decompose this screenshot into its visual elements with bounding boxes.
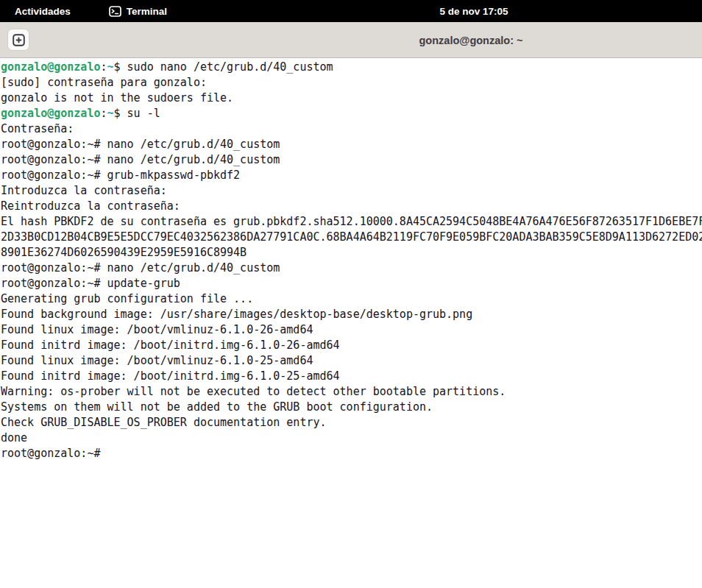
clock-label: 5 de nov 17:05 — [439, 6, 508, 17]
terminal-line: gonzalo@gonzalo:~$ sudo nano /etc/grub.d… — [1, 60, 702, 75]
terminal-line: Found linux image: /boot/vmlinuz-6.1.0-2… — [1, 322, 702, 338]
terminal-line: root@gonzalo:~# update-grub — [1, 276, 702, 291]
terminal-line: root@gonzalo:~# grub-mkpasswd-pbkdf2 — [1, 168, 702, 183]
terminal-line: 2D33B0CD12B04CB9E5E5DCC79EC4032562386DA2… — [1, 230, 702, 245]
terminal-line: root@gonzalo:~# nano /etc/grub.d/40_cust… — [1, 261, 702, 276]
terminal-line: Contraseña: — [1, 121, 702, 137]
top-bar: Actividades Terminal 5 de nov 17:05 — [0, 0, 702, 22]
app-menu-button[interactable]: Terminal — [100, 0, 176, 22]
terminal-line: Check GRUB_DISABLE_OS_PROBER documentati… — [1, 415, 702, 431]
new-tab-button[interactable] — [7, 29, 29, 51]
terminal-line: root@gonzalo:~# nano /etc/grub.d/40_cust… — [1, 137, 702, 152]
terminal-line: Found linux image: /boot/vmlinuz-6.1.0-2… — [1, 353, 702, 369]
terminal-line: El hash PBKDF2 de su contraseña es grub.… — [1, 214, 702, 230]
terminal-line: [sudo] contraseña para gonzalo: — [1, 75, 702, 91]
terminal-line: Found background image: /usr/share/image… — [1, 307, 702, 322]
activities-label: Actividades — [15, 6, 71, 17]
terminal-line: Systems on them will not be added to the… — [1, 400, 702, 415]
header-bar: gonzalo@gonzalo: ~ — [0, 22, 702, 58]
terminal-line: Found initrd image: /boot/initrd.img-6.1… — [1, 369, 702, 384]
terminal-line: gonzalo is not in the sudoers file. — [1, 91, 702, 106]
terminal-line: done — [1, 431, 702, 446]
terminal-line: root@gonzalo:~# nano /etc/grub.d/40_cust… — [1, 152, 702, 168]
plus-boxed-icon — [13, 34, 25, 46]
terminal-line: Generating grub configuration file ... — [1, 291, 702, 307]
terminal-line: Introduzca la contraseña: — [1, 183, 702, 199]
terminal-app-icon — [109, 6, 121, 17]
clock[interactable]: 5 de nov 17:05 — [439, 0, 508, 22]
terminal-line: root@gonzalo:~# — [1, 446, 702, 461]
activities-button[interactable]: Actividades — [6, 0, 79, 22]
terminal-output[interactable]: gonzalo@gonzalo:~$ sudo nano /etc/grub.d… — [0, 58, 702, 587]
app-menu-label: Terminal — [127, 6, 167, 17]
terminal-line: 8901E36274D6026590439E2959E5916C8994B — [1, 245, 702, 261]
window-title: gonzalo@gonzalo: ~ — [419, 22, 522, 58]
terminal-line: Found initrd image: /boot/initrd.img-6.1… — [1, 338, 702, 353]
terminal-line: Reintroduzca la contraseña: — [1, 199, 702, 214]
terminal-line: Warning: os-prober will not be executed … — [1, 384, 702, 400]
terminal-line: gonzalo@gonzalo:~$ su -l — [1, 106, 702, 121]
